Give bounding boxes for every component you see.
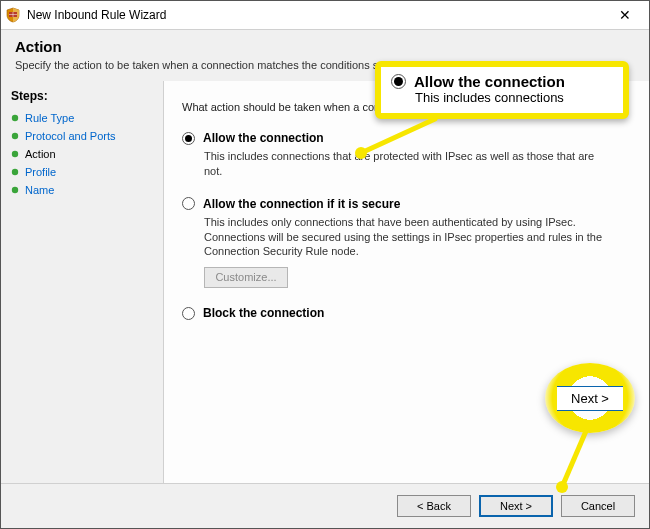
page-title: Action	[15, 38, 635, 55]
step-protocol-and-ports[interactable]: Protocol and Ports	[11, 127, 153, 145]
wizard-window: New Inbound Rule Wizard ✕ Action Specify…	[0, 0, 650, 529]
cancel-button[interactable]: Cancel	[561, 495, 635, 517]
step-profile[interactable]: Profile	[11, 163, 153, 181]
step-label: Profile	[25, 166, 56, 178]
next-button[interactable]: Next >	[479, 495, 553, 517]
step-action[interactable]: Action	[11, 145, 153, 163]
bullet-icon	[11, 132, 19, 140]
close-button[interactable]: ✕	[605, 1, 645, 29]
svg-point-7	[12, 187, 18, 193]
step-rule-type[interactable]: Rule Type	[11, 109, 153, 127]
step-label: Name	[25, 184, 54, 196]
svg-point-5	[12, 151, 18, 157]
bullet-icon	[11, 114, 19, 122]
wizard-header: Action Specify the action to be taken wh…	[1, 30, 649, 81]
firewall-shield-icon	[5, 7, 21, 23]
svg-point-3	[12, 115, 18, 121]
radio-icon[interactable]	[182, 197, 195, 210]
steps-heading: Steps:	[11, 89, 153, 103]
page-subtitle: Specify the action to be taken when a co…	[15, 59, 635, 71]
option-block-connection[interactable]: Block the connection	[182, 306, 631, 320]
option-allow-connection[interactable]: Allow the connection This includes conne…	[182, 131, 631, 179]
option-description: This includes only connections that have…	[204, 215, 604, 260]
bullet-icon	[11, 150, 19, 158]
step-label: Protocol and Ports	[25, 130, 116, 142]
content-prompt: What action should be taken when a conne…	[182, 101, 631, 113]
step-label: Rule Type	[25, 112, 74, 124]
wizard-body: Steps: Rule Type Protocol and Ports Acti…	[1, 81, 649, 483]
bullet-icon	[11, 168, 19, 176]
titlebar: New Inbound Rule Wizard ✕	[1, 1, 649, 30]
steps-sidebar: Steps: Rule Type Protocol and Ports Acti…	[1, 81, 163, 483]
svg-point-6	[12, 169, 18, 175]
customize-button: Customize...	[204, 267, 288, 288]
wizard-content: What action should be taken when a conne…	[163, 81, 649, 483]
back-button[interactable]: < Back	[397, 495, 471, 517]
option-allow-if-secure[interactable]: Allow the connection if it is secure Thi…	[182, 197, 631, 289]
window-title: New Inbound Rule Wizard	[27, 8, 166, 22]
bullet-icon	[11, 186, 19, 194]
radio-icon[interactable]	[182, 307, 195, 320]
option-label: Allow the connection	[203, 131, 324, 145]
option-label: Block the connection	[203, 306, 324, 320]
step-name[interactable]: Name	[11, 181, 153, 199]
svg-point-4	[12, 133, 18, 139]
radio-icon[interactable]	[182, 132, 195, 145]
wizard-footer: < Back Next > Cancel	[1, 483, 649, 528]
close-icon: ✕	[619, 7, 631, 23]
option-description: This includes connections that are prote…	[204, 149, 604, 179]
step-label: Action	[25, 148, 56, 160]
option-label: Allow the connection if it is secure	[203, 197, 400, 211]
